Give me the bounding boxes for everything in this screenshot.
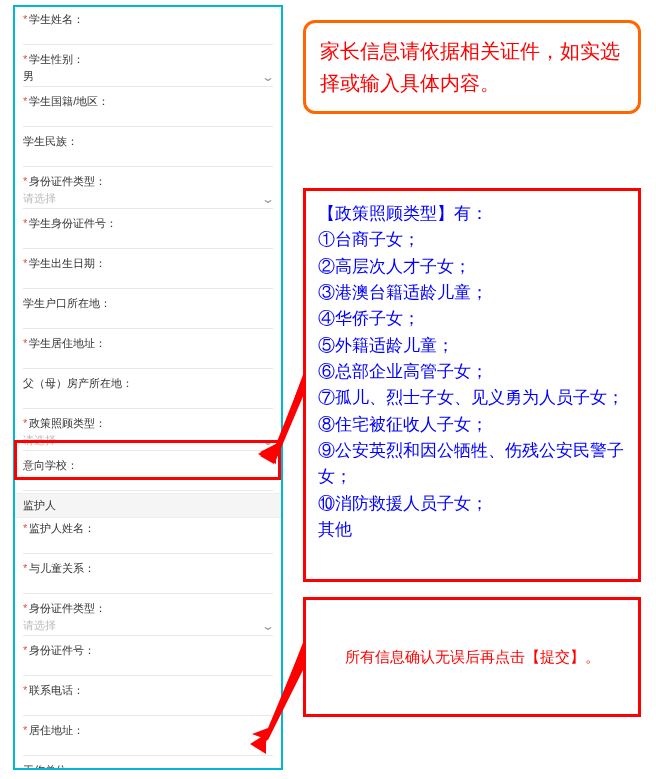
select-student-gender[interactable]: 男 ⌄ (23, 69, 273, 87)
chevron-down-icon: ⌄ (261, 619, 275, 633)
label-student-name: *学生姓名： (23, 10, 273, 29)
field-guardian-address: *居住地址： (15, 718, 281, 758)
input-guardian-id-number[interactable] (23, 660, 273, 676)
callout-blue-item: ④华侨子女； (318, 306, 626, 332)
input-property[interactable] (23, 393, 273, 409)
callout-blue-item: ②高层次人才子女； (318, 254, 626, 280)
input-school[interactable] (23, 475, 273, 491)
label-id-number: *学生身份证件号： (23, 214, 273, 233)
field-student-gender: *学生性别： 男 ⌄ (15, 47, 281, 89)
input-hukou[interactable] (23, 313, 273, 329)
input-relation[interactable] (23, 578, 273, 594)
chevron-down-icon: ⌄ (261, 192, 275, 206)
field-school: 意向学校： (15, 453, 281, 493)
placeholder-policy-type: 请选择 (23, 433, 56, 448)
callout-blue-item: ⑩消防救援人员子女； (318, 491, 626, 517)
field-nationality: *学生国籍/地区： (15, 89, 281, 129)
label-guardian-name: *监护人姓名： (23, 519, 273, 538)
callout-blue-item: ⑧住宅被征收人子女； (318, 412, 626, 438)
callout-blue-item: ⑦孤儿、烈士子女、见义勇为人员子女； (318, 385, 626, 411)
input-phone[interactable] (23, 700, 273, 716)
label-phone: *联系电话： (23, 681, 273, 700)
select-id-type[interactable]: 请选择 ⌄ (23, 191, 273, 209)
field-birthdate: *学生出生日期： (15, 251, 281, 291)
label-student-gender: *学生性别： (23, 50, 273, 69)
placeholder-guardian-id-type: 请选择 (23, 618, 56, 633)
input-ethnicity[interactable] (23, 151, 273, 167)
callout-blue-title: 【政策照顾类型】有： (318, 201, 626, 227)
label-guardian-address: *居住地址： (23, 721, 273, 740)
label-id-type: *身份证件类型： (23, 172, 273, 191)
placeholder-id-type: 请选择 (23, 191, 56, 206)
input-address[interactable] (23, 353, 273, 369)
chevron-down-icon: ⌄ (261, 434, 275, 448)
callout-bottom-text: 所有信息确认无误后再点击【提交】。 (345, 648, 600, 667)
callout-bottom: 所有信息确认无误后再点击【提交】。 (303, 597, 641, 717)
label-workplace: 工作单位： (23, 761, 273, 770)
label-birthdate: *学生出生日期： (23, 254, 273, 273)
input-guardian-name[interactable] (23, 538, 273, 554)
label-hukou: 学生户口所在地： (23, 294, 273, 313)
field-guardian-name: *监护人姓名： (15, 518, 281, 556)
field-address: *学生居住地址： (15, 331, 281, 371)
label-address: *学生居住地址： (23, 334, 273, 353)
phone-frame: *学生姓名： *学生性别： 男 ⌄ *学生国籍/地区： 学生民族： *身份证件类… (13, 5, 283, 770)
field-policy-type: *政策照顾类型： 请选择 ⌄ (15, 411, 281, 453)
label-guardian-id-number: *身份证件号： (23, 641, 273, 660)
input-guardian-address[interactable] (23, 740, 273, 756)
field-hukou: 学生户口所在地： (15, 291, 281, 331)
chevron-down-icon: ⌄ (261, 70, 275, 84)
callout-blue-items: ①台商子女；②高层次人才子女；③港澳台籍适龄儿童；④华侨子女；⑤外籍适龄儿童；⑥… (318, 227, 626, 543)
label-ethnicity: 学生民族： (23, 132, 273, 151)
field-phone: *联系电话： (15, 678, 281, 718)
label-guardian-id-type: *身份证件类型： (23, 599, 273, 618)
callout-blue-item: 其他 (318, 517, 626, 543)
field-student-name: *学生姓名： (15, 7, 281, 47)
field-ethnicity: 学生民族： (15, 129, 281, 169)
callout-blue-item: ⑥总部企业高管子女； (318, 359, 626, 385)
value-student-gender: 男 (23, 69, 34, 84)
field-id-number: *学生身份证件号： (15, 211, 281, 251)
select-policy-type[interactable]: 请选择 ⌄ (23, 433, 273, 451)
callout-blue: 【政策照顾类型】有： ①台商子女；②高层次人才子女；③港澳台籍适龄儿童；④华侨子… (303, 188, 641, 582)
field-guardian-id-type: *身份证件类型： 请选择 ⌄ (15, 596, 281, 638)
field-id-type: *身份证件类型： 请选择 ⌄ (15, 169, 281, 211)
label-policy-type: *政策照顾类型： (23, 414, 273, 433)
form-list: *学生姓名： *学生性别： 男 ⌄ *学生国籍/地区： 学生民族： *身份证件类… (15, 7, 281, 770)
input-student-name[interactable] (23, 29, 273, 45)
label-property: 父（母）房产所在地： (23, 374, 273, 393)
field-relation: *与儿童关系： (15, 556, 281, 596)
label-relation: *与儿童关系： (23, 559, 273, 578)
label-nationality: *学生国籍/地区： (23, 92, 273, 111)
callout-blue-item: ⑨公安英烈和因公牺牲、伤残公安民警子女； (318, 438, 626, 491)
section-guardian: 监护人 (15, 493, 281, 518)
field-property: 父（母）房产所在地： (15, 371, 281, 411)
input-id-number[interactable] (23, 233, 273, 249)
callout-orange-text: 家长信息请依据相关证件，如实选择或输入具体内容。 (320, 40, 620, 94)
callout-blue-item: ①台商子女； (318, 227, 626, 253)
input-nationality[interactable] (23, 111, 273, 127)
label-school: 意向学校： (23, 456, 273, 475)
input-birthdate[interactable] (23, 273, 273, 289)
field-guardian-id-number: *身份证件号： (15, 638, 281, 678)
callout-blue-item: ③港澳台籍适龄儿童； (318, 280, 626, 306)
callout-orange: 家长信息请依据相关证件，如实选择或输入具体内容。 (303, 20, 641, 114)
field-workplace: 工作单位： (15, 758, 281, 770)
select-guardian-id-type[interactable]: 请选择 ⌄ (23, 618, 273, 636)
callout-blue-item: ⑤外籍适龄儿童； (318, 333, 626, 359)
